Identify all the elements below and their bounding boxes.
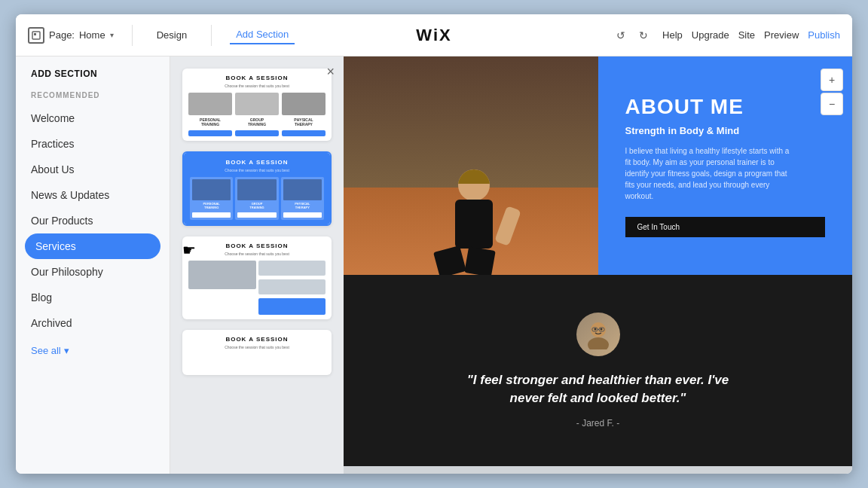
top-right-nav: Help Upgrade Site Preview Publish: [662, 29, 840, 41]
template-3-img-sml-2: [258, 279, 326, 294]
divider: [132, 25, 133, 46]
zoom-in-button[interactable]: +: [821, 69, 843, 91]
template-2-label-3: PHYSICALTHERAPY: [283, 202, 322, 209]
sidebar-item-blog[interactable]: Blog: [16, 285, 170, 310]
template-card-2[interactable]: BOOK A SESSION Choose the session that s…: [182, 151, 332, 226]
gym-background: [344, 56, 598, 275]
add-section-button[interactable]: Add Section: [230, 26, 295, 44]
template-card-1-inner: BOOK A SESSION Choose the session that s…: [182, 69, 332, 141]
hero-cta-button[interactable]: Get In Touch: [625, 217, 826, 237]
template-col-1: PERSONALTRAINING: [188, 93, 232, 136]
sidebar-item-about-us[interactable]: About Us: [16, 157, 170, 182]
sidebar-section-label: RECOMMENDED: [16, 88, 170, 105]
template-label-3: PHYSICALTHERAPY: [282, 117, 326, 127]
sidebar-item-news[interactable]: News & Updates: [16, 182, 170, 208]
sidebar-item-philosophy[interactable]: Our Philosophy: [16, 259, 170, 285]
preview-button[interactable]: Preview: [764, 29, 799, 41]
template-card-1[interactable]: BOOK A SESSION Choose the session that s…: [182, 69, 332, 141]
person-container: [444, 169, 504, 275]
person-torso: [455, 200, 493, 249]
template-card-4[interactable]: BOOK A SESSION Choose the session that s…: [182, 330, 332, 375]
template-3-img-sml-1: [258, 261, 326, 276]
template-card-3[interactable]: BOOK A SESSION Choose the session that s…: [182, 236, 332, 319]
hero-body: I believe that living a healthy lifestyl…: [625, 145, 791, 202]
template-3-img-big: [188, 261, 256, 289]
undo-button[interactable]: ↺: [611, 26, 631, 45]
template-2-img-1: [192, 179, 231, 200]
canvas-area: ABOUT ME Strength in Body & Mind I belie…: [344, 56, 852, 474]
testimonial-author: - Jared F. -: [576, 418, 619, 429]
person-legs: [436, 249, 494, 275]
sidebar-item-services[interactable]: Services: [25, 233, 160, 259]
template-3-grid: [188, 261, 326, 315]
svg-point-5: [600, 328, 602, 331]
template-2-col-2: GROUPTRAINING: [235, 177, 278, 220]
site-button[interactable]: Site: [738, 29, 755, 41]
template-2-btn-3: [283, 212, 322, 218]
hero-photo: [344, 56, 598, 275]
close-button[interactable]: ×: [326, 64, 335, 80]
person-leg-2: [464, 246, 496, 275]
template-2-label-2: GROUPTRAINING: [237, 202, 276, 209]
top-bar-center: WiX: [298, 26, 569, 45]
template-2-grid: PERSONALTRAINING GROUPTRAINING PHYSICALT…: [190, 177, 324, 220]
template-1-subtitle: Choose the session that suits you best: [188, 84, 326, 88]
template-4-subtitle: Choose the session that suits you best: [188, 345, 326, 349]
testimonial-section: "I feel stronger and healthier than ever…: [344, 275, 852, 466]
template-bar-1: [188, 130, 232, 136]
template-4-title: BOOK A SESSION: [188, 336, 326, 343]
svg-point-4: [594, 328, 596, 331]
design-button[interactable]: Design: [151, 26, 193, 44]
template-card-4-inner: BOOK A SESSION Choose the session that s…: [182, 330, 332, 358]
help-button[interactable]: Help: [662, 29, 683, 41]
sidebar-item-welcome[interactable]: Welcome: [16, 105, 170, 131]
hero-subtitle: Strength in Body & Mind: [625, 125, 826, 136]
undo-redo-group: ↺ ↻: [611, 26, 653, 45]
avatar-image: [576, 313, 620, 356]
template-label-2: GROUPTRAINING: [235, 117, 279, 127]
template-3-blue: [258, 298, 326, 315]
template-2-label-1: PERSONALTRAINING: [192, 202, 231, 209]
template-2-col-3: PHYSICALTHERAPY: [281, 177, 324, 220]
zoom-controls: + −: [821, 69, 843, 115]
publish-button[interactable]: Publish: [808, 29, 840, 41]
template-2-img-3: [283, 179, 322, 200]
divider2: [211, 25, 212, 46]
template-label-1: PERSONALTRAINING: [188, 117, 232, 127]
person-head: [458, 169, 490, 201]
svg-point-3: [588, 337, 609, 349]
zoom-out-button[interactable]: −: [821, 93, 843, 115]
template-card-3-inner: BOOK A SESSION Choose the session that s…: [182, 236, 332, 319]
template-bar-3: [282, 130, 326, 136]
page-selector[interactable]: Page: Home ▾: [28, 27, 114, 44]
chevron-down-small-icon: ▾: [64, 345, 69, 356]
top-bar-left: Page: Home ▾ Design Add Section: [28, 25, 298, 46]
page-label: Page:: [49, 29, 75, 41]
sidebar-item-practices[interactable]: Practices: [16, 131, 170, 157]
sidebar-title: ADD SECTION: [16, 69, 170, 88]
main-content: ADD SECTION RECOMMENDED Welcome Practice…: [16, 56, 852, 474]
hero-title: ABOUT ME: [625, 95, 826, 119]
template-1-title: BOOK A SESSION: [188, 75, 326, 81]
hero-blue-panel: ABOUT ME Strength in Body & Mind I belie…: [598, 56, 853, 275]
template-2-subtitle: Choose the session that suits you best: [190, 168, 324, 172]
top-bar-right: ↺ ↻ Help Upgrade Site Preview Publish: [570, 26, 840, 45]
template-2-title: BOOK A SESSION: [190, 159, 324, 166]
template-3-right: [258, 261, 326, 315]
template-img-2: [235, 93, 279, 115]
sidebar-item-archived[interactable]: Archived: [16, 310, 170, 336]
testimonial-avatar: [576, 313, 620, 356]
template-1-grid: PERSONALTRAINING GROUPTRAINING PHYSICALT…: [188, 93, 326, 136]
template-2-btn-2: [237, 212, 276, 218]
sidebar-item-products[interactable]: Our Products: [16, 208, 170, 233]
person-leg-1: [433, 246, 466, 275]
upgrade-button[interactable]: Upgrade: [692, 29, 729, 41]
browser-window: Page: Home ▾ Design Add Section WiX ↺ ↻ …: [16, 14, 852, 474]
template-panel: × ☛ BOOK A SESSION Choose the session th…: [170, 56, 344, 474]
page-name: Home: [79, 29, 105, 41]
redo-button[interactable]: ↻: [634, 26, 653, 45]
wix-logo: WiX: [416, 26, 451, 45]
template-col-3: PHYSICALTHERAPY: [282, 93, 326, 136]
see-all-button[interactable]: See all ▾: [16, 336, 170, 356]
person-hair: [458, 169, 490, 184]
